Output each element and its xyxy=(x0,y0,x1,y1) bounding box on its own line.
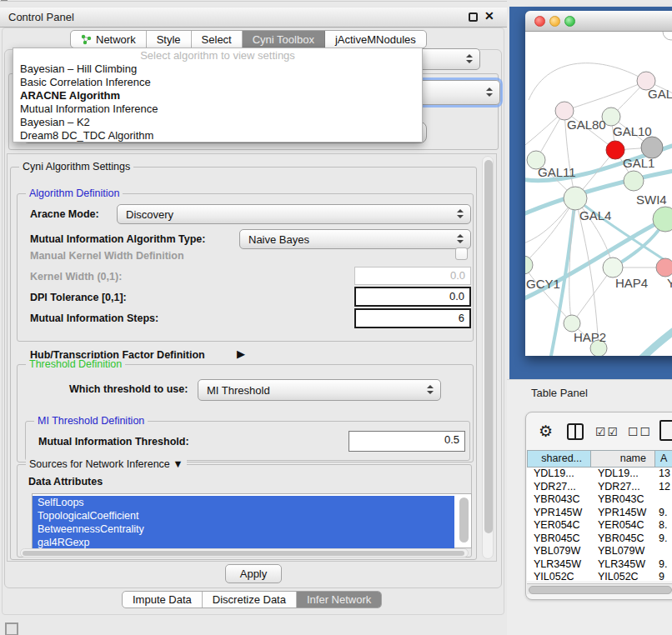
aracne-mode-value: Discovery xyxy=(126,208,173,221)
network-node[interactable] xyxy=(606,141,624,159)
tab-network-label: Network xyxy=(96,33,136,46)
minimize-traffic-light[interactable] xyxy=(549,16,560,27)
checked-checkboxes-icon[interactable]: ☑☑ xyxy=(595,425,619,438)
list-item-topologicalcoefficient[interactable]: TopologicalCoefficient xyxy=(33,509,454,522)
table-row[interactable]: YBR043C YBR043C xyxy=(527,493,672,507)
tab-infer-network[interactable]: Infer Network xyxy=(297,592,381,608)
table-row[interactable]: YER054C YER054C 8. xyxy=(527,519,672,532)
network-node[interactable] xyxy=(653,207,672,232)
network-node-label: GAL1 xyxy=(623,156,654,170)
table-row[interactable]: YIL052C YIL052C 9 xyxy=(527,571,672,581)
cell: YLR345W xyxy=(591,558,655,572)
table-row[interactable]: YLR345W YLR345W 9. xyxy=(527,558,672,572)
cell xyxy=(655,493,672,507)
mi-algorithm-type-combo[interactable]: Naive Bayes xyxy=(239,229,471,249)
mi-steps-label: Mutual Information Steps: xyxy=(30,312,158,324)
network-node-label: SWI4 xyxy=(636,192,667,207)
network-node-label: GAL11 xyxy=(538,165,576,179)
list-item-betweennesscentrality[interactable]: BetweennessCentrality xyxy=(33,522,454,536)
network-node[interactable] xyxy=(603,258,623,278)
close-panel-icon[interactable]: ✕ xyxy=(484,9,494,22)
settings-vertical-scrollbar[interactable] xyxy=(482,156,494,559)
popup-item-bayesian-k2[interactable]: Bayesian – K2 xyxy=(13,116,422,129)
table-row[interactable]: YBL079W YBL079W xyxy=(527,545,672,558)
screenshot-root: Control Panel ✕ Network Style Select xyxy=(0,0,672,635)
list-item-selfloops[interactable]: SelfLoops xyxy=(33,496,454,509)
combo-arrows-icon xyxy=(457,209,464,219)
close-traffic-light[interactable] xyxy=(534,16,545,27)
network-node-label: GCY1 xyxy=(526,277,560,291)
cell: 13 xyxy=(655,468,672,481)
cell: YPR145W xyxy=(527,507,591,520)
dpi-tolerance-label: DPI Tolerance [0,1]: xyxy=(30,292,127,303)
network-node-label: GAL4 xyxy=(579,208,611,222)
tab-style[interactable]: Style xyxy=(147,31,192,48)
tab-discretize-data[interactable]: Discretize Data xyxy=(203,592,297,608)
aracne-mode-combo[interactable]: Discovery xyxy=(117,204,471,224)
mi-steps-field[interactable]: 6 xyxy=(354,308,471,328)
combo-arrows-icon xyxy=(457,234,464,244)
column-header-a[interactable]: A xyxy=(655,450,672,468)
popup-item-mutual-information[interactable]: Mutual Information Inference xyxy=(13,102,422,116)
unchecked-checkboxes-icon[interactable]: ☐☐ xyxy=(628,425,652,438)
popup-item-dream8[interactable]: Dream8 DC_TDC Algorithm xyxy=(13,129,422,142)
column-header-name[interactable]: name xyxy=(591,450,655,468)
network-node[interactable] xyxy=(564,187,587,210)
sources-horizontal-scrollbar-thumb[interactable] xyxy=(23,551,464,556)
settings-vertical-scrollbar-thumb[interactable] xyxy=(484,160,493,533)
network-window-titlebar[interactable] xyxy=(525,11,672,32)
tab-jactivemnodules[interactable]: jActiveMNodules xyxy=(325,31,426,48)
network-canvas[interactable]: GAL GAL80 GAL10 GAL1 GAL11 GAL4 SWI4 GCY… xyxy=(525,32,672,356)
document-icon[interactable] xyxy=(659,420,672,441)
manual-kernel-checkbox[interactable] xyxy=(455,248,468,260)
cell: YER054C xyxy=(591,519,655,532)
list-vertical-scrollbar-thumb[interactable] xyxy=(459,498,469,542)
tab-cyni-toolbox[interactable]: Cyni Toolbox xyxy=(243,31,325,48)
cell: YIL052C xyxy=(591,571,655,581)
popup-item-bayesian-hill-climbing[interactable]: Bayesian – Hill Climbing xyxy=(13,62,422,76)
table-row[interactable]: YDL19... YDL19... 13 xyxy=(527,468,672,481)
control-panel-header[interactable] xyxy=(0,7,507,28)
which-threshold-combo[interactable]: MI Threshold xyxy=(198,379,441,401)
data-attributes-list[interactable]: SelfLoops TopologicalCoefficient Between… xyxy=(32,493,472,548)
expander-down-icon[interactable]: ▼ xyxy=(173,458,183,470)
network-node[interactable] xyxy=(656,258,672,277)
network-node-label: HAP2 xyxy=(574,330,606,344)
cell: 9. xyxy=(655,532,672,546)
table-horizontal-scrollbar[interactable] xyxy=(527,583,672,594)
tab-select[interactable]: Select xyxy=(192,31,243,48)
manual-kernel-label: Manual Kernel Width Definition xyxy=(30,250,184,262)
popup-item-aracne[interactable]: ARACNE Algorithm xyxy=(13,89,422,102)
tab-impute-data[interactable]: Impute Data xyxy=(123,592,203,608)
tab-network[interactable]: Network xyxy=(71,31,147,48)
table-row[interactable]: YDR27... YDR27... 12 xyxy=(527,481,672,494)
float-panel-icon[interactable] xyxy=(469,12,478,22)
network-node[interactable] xyxy=(564,315,580,332)
list-item-gal4rgexp[interactable]: gal4RGexp xyxy=(33,536,454,549)
table-row[interactable]: YBR045C YBR045C 9. xyxy=(527,532,672,546)
zoom-traffic-light[interactable] xyxy=(564,16,575,27)
network-node-label: GAL xyxy=(648,87,672,101)
table-horizontal-scrollbar-thumb[interactable] xyxy=(529,586,672,594)
network-node[interactable] xyxy=(624,171,644,191)
dpi-tolerance-field[interactable]: 0.0 xyxy=(354,287,471,307)
gear-icon[interactable]: ⚙ xyxy=(539,422,553,441)
columns-icon[interactable] xyxy=(567,423,584,440)
cell: YLR345W xyxy=(527,558,591,572)
expander-right-icon[interactable]: ▶ xyxy=(237,348,245,360)
tab-discretize-data-label: Discretize Data xyxy=(213,593,286,606)
mi-threshold-field[interactable]: 0.5 xyxy=(349,431,465,452)
column-header-shared-name[interactable]: shared... xyxy=(527,450,591,468)
cell: YPR145W xyxy=(591,507,655,520)
threshold-definition-title: Threshold Definition xyxy=(26,358,125,370)
network-node-label: Y xyxy=(667,276,672,290)
minimized-panel-icon[interactable] xyxy=(5,622,18,635)
popup-item-basic-correlation[interactable]: Basic Correlation Inference xyxy=(13,76,422,89)
table-row[interactable]: YPR145W YPR145W 9. xyxy=(527,507,672,520)
network-node[interactable] xyxy=(525,256,533,274)
sources-horizontal-scrollbar[interactable] xyxy=(20,548,469,558)
kernel-width-field[interactable]: 0.0 xyxy=(354,267,471,285)
control-panel-title: Control Panel xyxy=(8,11,74,23)
apply-button[interactable]: Apply xyxy=(225,564,282,583)
network-node[interactable] xyxy=(663,32,672,40)
